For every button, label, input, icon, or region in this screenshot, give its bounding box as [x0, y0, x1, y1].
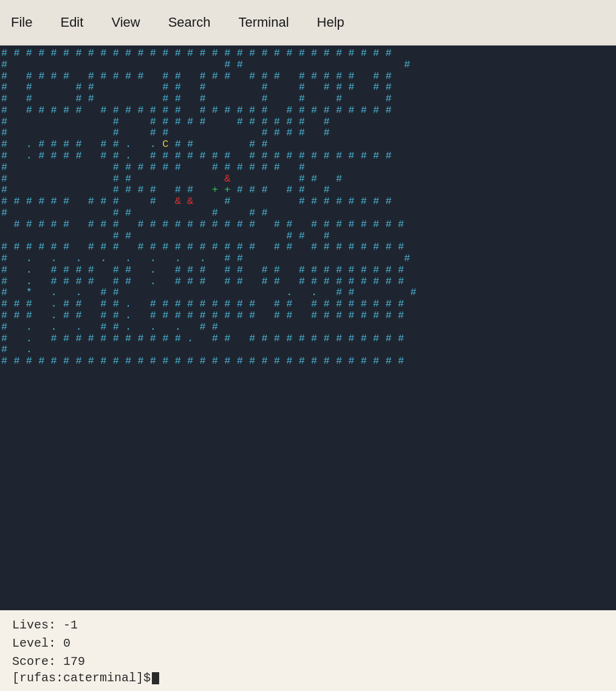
menu-bar: File Edit View Search Terminal Help — [0, 0, 616, 46]
lives-label: Lives: — [12, 618, 56, 632]
menu-edit[interactable]: Edit — [55, 12, 88, 33]
prompt-text: [rufas:caterminal]$ — [12, 671, 151, 685]
score-label: Score: — [12, 655, 56, 669]
terminal-content: # # # # # # # # # # # # # # # # # # # # … — [1, 48, 615, 367]
score-line: Score: 179 — [12, 653, 604, 671]
level-line: Level: 0 — [12, 635, 604, 653]
score-value: 179 — [63, 655, 85, 669]
menu-terminal[interactable]: Terminal — [233, 12, 293, 33]
menu-search[interactable]: Search — [163, 12, 216, 33]
menu-help[interactable]: Help — [312, 12, 349, 33]
status-bar: Lives: -1 Level: 0 Score: 179 [rufas:cat… — [0, 610, 616, 691]
prompt-line: [rufas:caterminal]$ — [12, 671, 604, 685]
level-value: 0 — [63, 636, 70, 650]
menu-file[interactable]: File — [6, 12, 37, 33]
level-label: Level: — [12, 636, 56, 650]
lives-line: Lives: -1 — [12, 616, 604, 635]
lives-value: -1 — [63, 618, 78, 632]
cursor-block — [152, 672, 159, 684]
terminal-display: # # # # # # # # # # # # # # # # # # # # … — [0, 46, 616, 610]
menu-view[interactable]: View — [106, 12, 145, 33]
